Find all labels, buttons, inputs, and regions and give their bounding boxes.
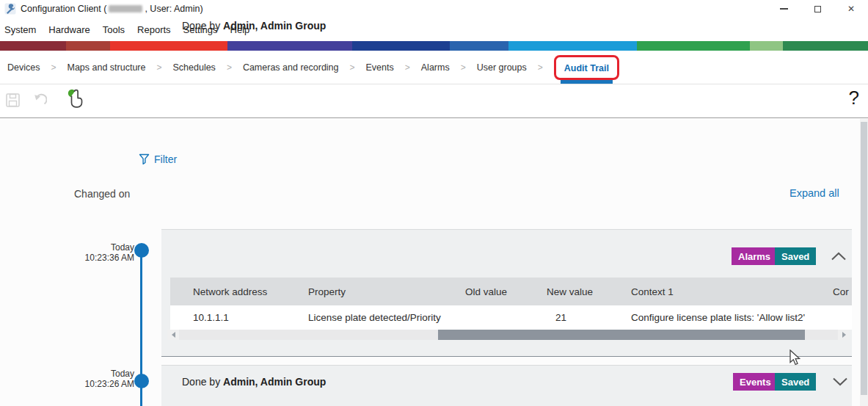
tab-maps-and-structure[interactable]: Maps and structure (67, 62, 145, 73)
cell-context-1: Configure license plate lists: 'Allow li… (631, 312, 833, 323)
minimize-icon (780, 8, 788, 10)
category-badge: Alarms (732, 247, 777, 265)
scroll-right-button[interactable] (838, 330, 850, 340)
col-context-2-clipped: Cor (833, 286, 852, 297)
brand-stripe-segment (227, 41, 352, 51)
menu-system[interactable]: System (4, 24, 36, 35)
col-new-value: New value (547, 286, 631, 297)
menu-reports[interactable]: Reports (137, 24, 171, 35)
brand-stripe (0, 41, 868, 51)
collapse-chevron-up-icon[interactable] (831, 250, 847, 262)
tab-audit-trail-highlight: Audit Trail (554, 55, 619, 80)
chevron-right-icon: > (350, 62, 355, 73)
status-badge: Saved (775, 247, 816, 265)
col-context-1: Context 1 (631, 286, 833, 297)
tab-cameras-and-recording[interactable]: Cameras and recording (243, 62, 339, 73)
right-arrow-icon (842, 332, 846, 338)
funnel-icon (139, 153, 150, 165)
brand-stripe-segment (352, 41, 449, 51)
brand-stripe-segment (508, 41, 637, 51)
changed-on-label: Changed on (74, 188, 130, 200)
tab-schedules[interactable]: Schedules (173, 62, 216, 73)
maximize-button[interactable] (800, 0, 834, 18)
expand-chevron-down-icon[interactable] (832, 376, 848, 388)
chevron-right-icon: > (405, 62, 410, 73)
brand-stripe-segment (66, 41, 110, 51)
save-button[interactable] (6, 93, 20, 107)
filter-button[interactable]: Filter (139, 153, 177, 165)
brand-stripe-segment (750, 41, 783, 51)
page-tab-bar: Devices > Maps and structure > Schedules… (0, 51, 868, 84)
audit-entry-collapsed: Done by Admin, Admin Group Events Saved (161, 365, 852, 406)
active-tab-underline (561, 80, 613, 84)
toolbar (0, 84, 868, 118)
expand-all-link[interactable]: Expand all (789, 187, 839, 199)
done-by-text: Done by Admin, Admin Group (182, 20, 326, 32)
activate-hand-icon[interactable] (68, 89, 85, 109)
help-button[interactable]: ? (849, 87, 859, 109)
app-wrench-icon (4, 3, 16, 15)
chevron-right-icon: > (538, 62, 543, 73)
vertical-scrollbar[interactable] (860, 119, 868, 406)
cell-new-value: 21 (547, 312, 631, 323)
category-badge: Events (733, 373, 778, 391)
vertical-scrollbar-thumb[interactable] (861, 122, 867, 395)
entry-timestamp: Today 10:23:36 AM (65, 242, 134, 263)
menu-hardware[interactable]: Hardware (48, 24, 90, 35)
chevron-right-icon: > (51, 62, 56, 73)
horizontal-scrollbar[interactable] (167, 330, 850, 340)
mouse-cursor (789, 349, 801, 366)
tab-events[interactable]: Events (366, 62, 394, 73)
undo-button[interactable] (33, 93, 47, 106)
scrollbar-thumb[interactable] (438, 330, 805, 340)
chevron-right-icon: > (156, 62, 161, 73)
tab-user-groups[interactable]: User groups (477, 62, 527, 73)
configuration-client-window: Configuration Client (, User: Admin) ✕ S… (0, 0, 868, 406)
brand-stripe-segment (637, 41, 750, 51)
timeline-dot (134, 374, 149, 388)
audit-change-table: Network address Property Old value New v… (170, 278, 852, 330)
scrollbar-track[interactable] (179, 330, 838, 340)
close-icon: ✕ (847, 4, 855, 14)
close-button[interactable]: ✕ (834, 0, 868, 18)
timeline-dot (134, 243, 149, 258)
audit-entry-expanded: Done by Admin, Admin Group Alarms Saved … (161, 229, 852, 357)
col-old-value: Old value (465, 286, 547, 297)
tab-devices[interactable]: Devices (7, 62, 40, 73)
brand-stripe-segment (450, 41, 508, 51)
chevron-right-icon: > (227, 62, 232, 73)
done-by-text: Done by Admin, Admin Group (182, 376, 326, 388)
brand-stripe-segment (0, 41, 66, 51)
minimize-button[interactable] (767, 0, 800, 18)
chevron-right-icon: > (461, 62, 466, 73)
left-arrow-icon (172, 332, 175, 338)
maximize-icon (814, 6, 821, 12)
entry-timestamp: Today 10:23:26 AM (65, 369, 134, 389)
col-network-address: Network address (170, 286, 308, 297)
brand-stripe-segment (783, 41, 868, 51)
tab-audit-trail[interactable]: Audit Trail (564, 63, 609, 73)
col-property: Property (308, 286, 465, 297)
redacted-text (109, 5, 142, 12)
menu-tools[interactable]: Tools (103, 24, 125, 35)
tab-alarms[interactable]: Alarms (421, 62, 450, 73)
cell-property: License plate detected/Priority (308, 312, 465, 323)
brand-stripe-segment (110, 41, 227, 51)
window-controls: ✕ (767, 0, 868, 18)
table-row: 10.1.1.1 License plate detected/Priority… (170, 305, 852, 330)
window-title: Configuration Client (, User: Admin) (21, 3, 203, 15)
menu-bar: System Hardware Tools Reports Settings H… (0, 18, 868, 41)
status-badge: Saved (775, 373, 816, 391)
filter-label: Filter (154, 153, 177, 165)
scroll-left-button[interactable] (167, 330, 179, 340)
title-bar: Configuration Client (, User: Admin) ✕ (0, 0, 868, 18)
cell-network-address: 10.1.1.1 (170, 312, 308, 323)
table-header-row: Network address Property Old value New v… (170, 278, 852, 305)
